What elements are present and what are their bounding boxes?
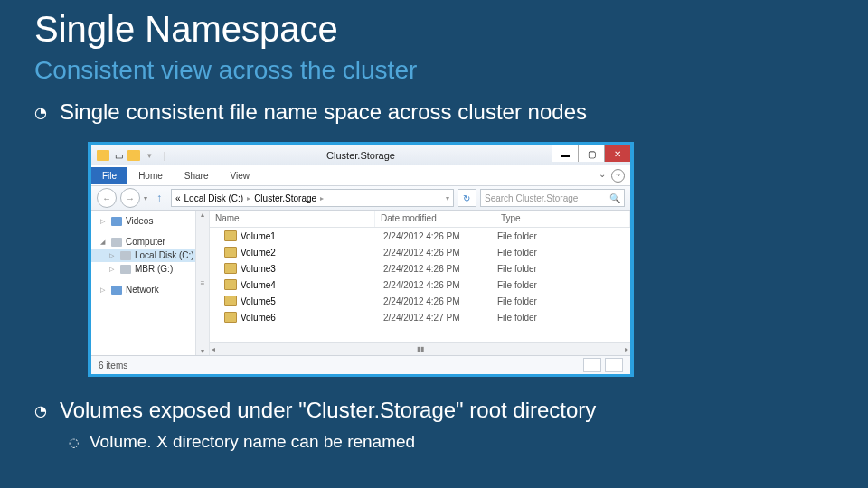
tab-home[interactable]: Home bbox=[127, 167, 174, 184]
row-name: Volume4 bbox=[241, 280, 276, 290]
slide-subtitle: Consistent view across the cluster bbox=[34, 56, 417, 85]
row-name: Volume3 bbox=[241, 264, 276, 274]
row-name: Volume2 bbox=[241, 248, 276, 258]
folder-icon bbox=[224, 230, 237, 241]
tree-scrollbar[interactable]: ▴≡▾ bbox=[195, 211, 209, 355]
row-name: Volume5 bbox=[241, 296, 276, 306]
row-type: File folder bbox=[492, 248, 630, 258]
bullet-2: ◔ Volumes exposed under "Cluster.Storage… bbox=[34, 398, 596, 423]
table-row[interactable]: Volume22/24/2012 4:26 PMFile folder bbox=[210, 244, 630, 260]
col-date: Date modified bbox=[375, 211, 495, 227]
slide-title: Single Namespace bbox=[34, 9, 338, 50]
breadcrumb-guillemet: « bbox=[175, 193, 181, 203]
folder-icon bbox=[224, 279, 237, 290]
divider-icon: | bbox=[158, 149, 171, 162]
table-row[interactable]: Volume32/24/2012 4:26 PMFile folder bbox=[210, 260, 630, 277]
help-icon[interactable]: ? bbox=[611, 169, 625, 183]
bullet-icon: ◔ bbox=[34, 104, 47, 121]
window-title: Cluster.Storage bbox=[326, 150, 395, 161]
row-type: File folder bbox=[492, 280, 630, 290]
breadcrumb-sep-icon: ▸ bbox=[247, 194, 250, 202]
search-input[interactable]: Search Cluster.Storage 🔍 bbox=[480, 189, 625, 207]
view-details-button[interactable] bbox=[583, 358, 601, 372]
bullet-3-text: Volume. X directory name can be renamed bbox=[90, 432, 415, 452]
folder-icon bbox=[224, 312, 237, 323]
table-row[interactable]: Volume62/24/2012 4:27 PMFile folder bbox=[210, 309, 630, 325]
search-placeholder: Search Cluster.Storage bbox=[485, 193, 578, 203]
address-bar[interactable]: « Local Disk (C:) ▸ Cluster.Storage ▸ ▾ bbox=[171, 189, 454, 207]
row-type: File folder bbox=[492, 296, 630, 306]
bullet-2-text: Volumes exposed under "Cluster.Storage" … bbox=[60, 398, 596, 423]
bullet-3: ◌ Volume. X directory name can be rename… bbox=[69, 432, 415, 452]
table-row[interactable]: Volume52/24/2012 4:26 PMFile folder bbox=[210, 293, 630, 309]
maximize-button[interactable]: ▢ bbox=[578, 145, 604, 162]
view-icons-button[interactable] bbox=[605, 358, 623, 372]
tab-view[interactable]: View bbox=[220, 167, 261, 184]
search-icon: 🔍 bbox=[609, 193, 620, 203]
back-button[interactable]: ← bbox=[97, 188, 117, 208]
tree-item-network[interactable]: ▷Network bbox=[91, 283, 209, 296]
tree-item-computer[interactable]: ◢Computer bbox=[91, 235, 209, 249]
row-type: File folder bbox=[492, 231, 630, 241]
row-type: File folder bbox=[492, 313, 630, 323]
address-dropdown-icon[interactable]: ▾ bbox=[446, 194, 449, 202]
list-h-scrollbar[interactable]: ◂▮▮▸ bbox=[210, 342, 630, 355]
folder-icon bbox=[224, 296, 237, 306]
folder-icon bbox=[97, 149, 109, 162]
row-date: 2/24/2012 4:26 PM bbox=[378, 248, 492, 258]
row-date: 2/24/2012 4:26 PM bbox=[378, 296, 492, 306]
row-date: 2/24/2012 4:26 PM bbox=[378, 231, 492, 241]
row-name: Volume1 bbox=[241, 231, 276, 241]
breadcrumb-part[interactable]: Cluster.Storage bbox=[254, 193, 316, 203]
row-date: 2/24/2012 4:26 PM bbox=[378, 264, 492, 274]
col-name: Name bbox=[210, 211, 375, 227]
bullet-1: ◔ Single consistent file name space acro… bbox=[34, 99, 587, 125]
row-type: File folder bbox=[492, 264, 630, 274]
folder-icon bbox=[224, 263, 237, 274]
up-button[interactable]: ↑ bbox=[151, 190, 167, 206]
tab-file[interactable]: File bbox=[91, 167, 127, 184]
col-type: Type bbox=[495, 211, 630, 227]
close-button[interactable]: ✕ bbox=[604, 145, 630, 162]
bullet-icon: ◔ bbox=[34, 402, 47, 419]
row-date: 2/24/2012 4:26 PM bbox=[378, 280, 492, 290]
refresh-button[interactable]: ↻ bbox=[458, 189, 476, 207]
toolbar-icon[interactable] bbox=[127, 149, 140, 162]
nav-bar: ← → ▾ ↑ « Local Disk (C:) ▸ Cluster.Stor… bbox=[91, 186, 630, 211]
tab-share[interactable]: Share bbox=[174, 167, 220, 184]
tree-item-videos[interactable]: ▷Videos bbox=[91, 214, 209, 228]
chevron-down-icon[interactable]: ⌄ bbox=[599, 169, 606, 183]
tree-item-mbr[interactable]: ▷MBR (G:) bbox=[91, 262, 209, 276]
bullet-icon: ◌ bbox=[69, 436, 79, 449]
breadcrumb-sep-icon: ▸ bbox=[320, 194, 324, 202]
row-date: 2/24/2012 4:27 PM bbox=[378, 313, 492, 323]
forward-button[interactable]: → bbox=[120, 188, 140, 208]
explorer-window: ▭ ▾ | Cluster.Storage ▬ ▢ ✕ File Home Sh… bbox=[90, 145, 631, 374]
folder-icon bbox=[224, 247, 237, 258]
column-headers[interactable]: Name Date modified Type bbox=[210, 211, 630, 228]
tree-item-local-disk[interactable]: ▷Local Disk (C:) bbox=[91, 249, 209, 262]
dropdown-icon[interactable]: ▾ bbox=[143, 149, 156, 162]
table-row[interactable]: Volume42/24/2012 4:26 PMFile folder bbox=[210, 277, 630, 293]
breadcrumb-part[interactable]: Local Disk (C:) bbox=[184, 193, 244, 203]
file-list: Name Date modified Type Volume12/24/2012… bbox=[210, 211, 630, 355]
history-dropdown-icon[interactable]: ▾ bbox=[144, 194, 147, 202]
status-bar: 6 items bbox=[91, 355, 630, 374]
nav-tree: ▷Videos ◢Computer ▷Local Disk (C:) ▷MBR … bbox=[91, 211, 210, 355]
minimize-button[interactable]: ▬ bbox=[552, 145, 578, 162]
bullet-1-text: Single consistent file name space across… bbox=[60, 99, 587, 125]
ribbon: File Home Share View ⌄ ? bbox=[91, 165, 630, 186]
table-row[interactable]: Volume12/24/2012 4:26 PMFile folder bbox=[210, 228, 630, 244]
toolbar-icon[interactable]: ▭ bbox=[112, 149, 125, 162]
titlebar: ▭ ▾ | Cluster.Storage ▬ ▢ ✕ bbox=[91, 145, 630, 165]
item-count: 6 items bbox=[99, 361, 127, 371]
row-name: Volume6 bbox=[241, 313, 276, 323]
